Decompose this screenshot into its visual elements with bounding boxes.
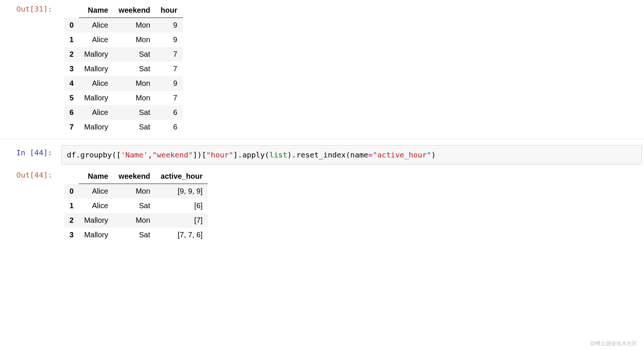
cell: 6 [155, 105, 182, 120]
cell: Sat [114, 199, 155, 213]
code-token: "hour" [206, 150, 233, 159]
row-index: 3 [64, 228, 79, 242]
table-row: 2 Mallory Sat 7 [64, 47, 183, 62]
table-row: 2 Mallory Mon [7] [64, 213, 208, 228]
code-token: "weekend" [152, 150, 193, 159]
cell: Alice [79, 76, 113, 91]
col-header: weekend [114, 3, 155, 18]
code-token: 'Name' [121, 150, 148, 159]
cell-separator [0, 139, 644, 139]
code-token: "active_hour" [373, 150, 431, 159]
code-token: list [269, 150, 287, 159]
table-row: 0 Alice Mon [9, 9, 9] [64, 184, 208, 199]
col-header: weekend [114, 169, 155, 184]
cell: Mon [114, 184, 155, 199]
table-row: 3 Mallory Sat 7 [64, 62, 183, 76]
output-cell-44: Out[44]: Name weekend active_hour 0 Alic… [0, 166, 644, 244]
cell: 9 [155, 76, 182, 91]
cell: Mon [114, 32, 155, 47]
corner-cell [64, 169, 79, 184]
dataframe-out44: Name weekend active_hour 0 Alice Mon [9,… [64, 169, 208, 242]
col-header: active_hour [155, 169, 208, 184]
table-row: 4 Alice Mon 9 [64, 76, 183, 91]
code-token: ])[ [193, 150, 206, 159]
cell: 7 [155, 47, 182, 62]
table-row: 7 Mallory Sat 6 [64, 120, 183, 134]
row-index: 2 [64, 47, 79, 62]
code-token: ).reset_index(name [287, 150, 368, 159]
col-header: hour [155, 3, 182, 18]
cell: 9 [155, 18, 182, 33]
table-row: 0 Alice Mon 9 [64, 18, 183, 33]
cell: Alice [79, 199, 113, 213]
table-row: 1 Alice Sat [6] [64, 199, 208, 213]
code-token: ) [431, 150, 436, 159]
prompt-in-44: In [44]: [0, 145, 58, 158]
row-index: 0 [64, 184, 79, 199]
output-body-31: Name weekend hour 0 Alice Mon 9 1 Alice … [58, 1, 644, 134]
cell: Mallory [79, 47, 113, 62]
cell: Mallory [79, 228, 113, 242]
input-cell-44: In [44]: df.groupby(['Name',"weekend"])[… [0, 144, 644, 166]
cell: Mallory [79, 62, 113, 76]
cell: Mallory [79, 213, 113, 228]
cell: 6 [155, 120, 182, 134]
cell: Mon [114, 91, 155, 105]
cell: 7 [155, 62, 182, 76]
cell: Mon [114, 18, 155, 33]
cell: Sat [114, 105, 155, 120]
cell: Sat [114, 120, 155, 134]
cell: Alice [79, 184, 113, 199]
cell: Sat [114, 228, 155, 242]
cell: [9, 9, 9] [155, 184, 208, 199]
cell: 7 [155, 91, 182, 105]
cell: Alice [79, 32, 113, 47]
prompt-out-44: Out[44]: [0, 168, 58, 180]
row-index: 5 [64, 91, 79, 105]
table-row: 5 Mallory Mon 7 [64, 91, 183, 105]
cell: [7] [155, 213, 208, 228]
cell: [6] [155, 199, 208, 213]
cell: Mallory [79, 91, 113, 105]
cell: Mon [114, 76, 155, 91]
row-index: 0 [64, 18, 79, 33]
input-body-44: df.groupby(['Name',"weekend"])["hour"].a… [58, 145, 644, 165]
cell: Sat [114, 62, 155, 76]
cell: Sat [114, 47, 155, 62]
row-index: 2 [64, 213, 79, 228]
dataframe-out31: Name weekend hour 0 Alice Mon 9 1 Alice … [64, 3, 183, 134]
code-token: , [148, 150, 152, 159]
cell: Alice [79, 105, 113, 120]
table-row: 6 Alice Sat 6 [64, 105, 183, 120]
output-body-44: Name weekend active_hour 0 Alice Mon [9,… [58, 168, 644, 242]
code-token: = [368, 150, 373, 159]
row-index: 7 [64, 120, 79, 134]
row-index: 6 [64, 105, 79, 120]
code-token: ].apply( [233, 150, 269, 159]
output-cell-31: Out[31]: Name weekend hour 0 Alice Mon 9 [0, 0, 644, 136]
cell: Mallory [79, 120, 113, 134]
row-index: 1 [64, 199, 79, 213]
row-index: 3 [64, 62, 79, 76]
corner-cell [64, 3, 79, 18]
cell: Alice [79, 18, 113, 33]
code-editor[interactable]: df.groupby(['Name',"weekend"])["hour"].a… [61, 145, 642, 165]
table-row: 3 Mallory Sat [7, 7, 6] [64, 228, 208, 242]
col-header: Name [79, 3, 113, 18]
table-row: 1 Alice Mon 9 [64, 32, 183, 47]
cell: 9 [155, 32, 182, 47]
code-token: df.groupby([ [67, 150, 121, 159]
cell: Mon [114, 213, 155, 228]
col-header: Name [79, 169, 113, 184]
row-index: 4 [64, 76, 79, 91]
row-index: 1 [64, 32, 79, 47]
prompt-out-31: Out[31]: [0, 1, 58, 14]
cell: [7, 7, 6] [155, 228, 208, 242]
